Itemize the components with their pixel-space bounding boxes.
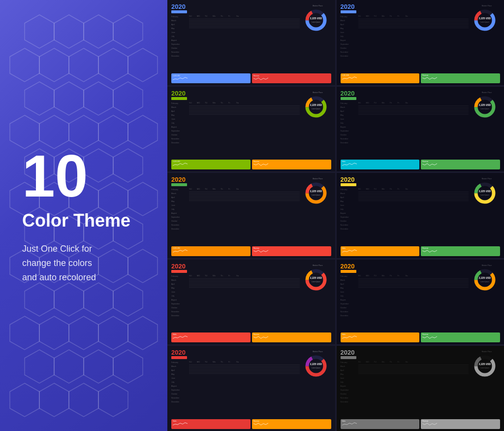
svg-marker-24 bbox=[69, 182, 98, 216]
theme-card-3[interactable]: 2020 SUMOTUWeThFrSa FebruaryMarchAprilMa… bbox=[167, 87, 335, 172]
svg-marker-36 bbox=[25, 283, 54, 316]
theme-card-5[interactable]: 2020 SUMOTUWeThFrSa FebruaryMarchAprilMa… bbox=[167, 173, 335, 258]
svg-text:Lorem Ipsum: Lorem Ipsum bbox=[312, 108, 320, 110]
svg-marker-21 bbox=[113, 149, 143, 182]
svg-text:Lorem Ipsum: Lorem Ipsum bbox=[480, 367, 489, 369]
svg-marker-6 bbox=[69, 48, 98, 82]
svg-text:Lorem Ipsum: Lorem Ipsum bbox=[480, 21, 489, 23]
svg-marker-7 bbox=[98, 48, 128, 82]
svg-marker-45 bbox=[25, 350, 54, 383]
theme-card-2[interactable]: 2020 SU MO TU We Th Fr Sa bbox=[337, 0, 504, 85]
theme-card-8[interactable]: 2020 SUMOTUWeThFrSa FebruaryMarchAprilMa… bbox=[337, 260, 504, 345]
svg-text:2,225 USD: 2,225 USD bbox=[310, 190, 322, 193]
svg-marker-19 bbox=[54, 149, 84, 182]
svg-text:2,225 USD: 2,225 USD bbox=[310, 17, 322, 20]
svg-marker-16 bbox=[98, 115, 128, 149]
svg-text:2,225 USD: 2,225 USD bbox=[479, 190, 491, 193]
svg-marker-5 bbox=[39, 48, 69, 82]
svg-marker-52 bbox=[98, 383, 128, 417]
hex-background-icon bbox=[0, 0, 167, 431]
theme-card-1[interactable]: 2020 SU MO TU We Th Fr Sa bbox=[167, 0, 335, 85]
svg-marker-49 bbox=[10, 383, 39, 417]
svg-text:2,225 USD: 2,225 USD bbox=[310, 363, 322, 365]
svg-marker-1 bbox=[54, 15, 84, 48]
svg-text:2,225 USD: 2,225 USD bbox=[310, 276, 322, 279]
svg-text:Lorem Ipsum: Lorem Ipsum bbox=[312, 21, 320, 23]
svg-text:Lorem Ipsum: Lorem Ipsum bbox=[312, 194, 320, 196]
svg-marker-33 bbox=[69, 249, 98, 283]
left-panel: 10 Color Theme Just One Click forchange … bbox=[0, 0, 167, 431]
svg-text:Lorem Ipsum: Lorem Ipsum bbox=[312, 281, 320, 283]
svg-marker-25 bbox=[98, 182, 128, 216]
svg-text:Lorem Ipsum: Lorem Ipsum bbox=[480, 281, 489, 283]
theme-card-4[interactable]: 2020 SUMOTUWeThFrSa FebruaryMarchAprilMa… bbox=[337, 87, 504, 172]
svg-marker-42 bbox=[69, 316, 98, 350]
svg-marker-43 bbox=[98, 316, 128, 350]
svg-text:2,225 USD: 2,225 USD bbox=[310, 103, 322, 106]
svg-marker-32 bbox=[39, 249, 69, 283]
svg-marker-46 bbox=[54, 350, 84, 383]
svg-marker-35 bbox=[128, 249, 158, 283]
svg-marker-0 bbox=[25, 15, 54, 48]
svg-marker-4 bbox=[10, 48, 39, 82]
svg-marker-47 bbox=[84, 350, 113, 383]
svg-marker-17 bbox=[128, 115, 158, 149]
svg-marker-29 bbox=[84, 216, 113, 249]
svg-marker-9 bbox=[25, 82, 54, 115]
svg-marker-37 bbox=[54, 283, 84, 316]
svg-marker-27 bbox=[25, 216, 54, 249]
svg-marker-10 bbox=[54, 82, 84, 115]
svg-marker-15 bbox=[69, 115, 98, 149]
svg-marker-3 bbox=[113, 15, 143, 48]
svg-text:Lorem Ipsum: Lorem Ipsum bbox=[480, 108, 489, 110]
theme-card-9[interactable]: 2020 SUMOTUWeThFrSa FebruaryMarchAprilMa… bbox=[167, 346, 335, 431]
svg-marker-8 bbox=[128, 48, 158, 82]
svg-text:Lorem Ipsum: Lorem Ipsum bbox=[312, 367, 320, 369]
svg-marker-39 bbox=[113, 283, 143, 316]
svg-text:2,225 USD: 2,225 USD bbox=[479, 103, 491, 106]
svg-text:2,225 USD: 2,225 USD bbox=[479, 17, 491, 20]
theme-card-6[interactable]: 2020 SUMOTUWeThFrSa FebruaryMarchAprilMa… bbox=[337, 173, 504, 258]
svg-marker-12 bbox=[113, 82, 143, 115]
svg-marker-14 bbox=[39, 115, 69, 149]
svg-marker-41 bbox=[39, 316, 69, 350]
themes-grid: 2020 SU MO TU We Th Fr Sa bbox=[167, 0, 504, 431]
svg-marker-48 bbox=[113, 350, 143, 383]
svg-marker-23 bbox=[39, 182, 69, 216]
svg-marker-18 bbox=[25, 149, 54, 182]
svg-marker-28 bbox=[54, 216, 84, 249]
svg-marker-40 bbox=[10, 316, 39, 350]
svg-marker-13 bbox=[10, 115, 39, 149]
svg-marker-34 bbox=[98, 249, 128, 283]
svg-marker-22 bbox=[10, 182, 39, 216]
svg-marker-31 bbox=[10, 249, 39, 283]
theme-card-7[interactable]: 2020 SUMOTUWeThFrSa FebruaryMarchAprilMa… bbox=[167, 260, 335, 345]
svg-marker-20 bbox=[84, 149, 113, 182]
svg-text:2,225 USD: 2,225 USD bbox=[479, 276, 491, 279]
svg-marker-11 bbox=[84, 82, 113, 115]
svg-marker-44 bbox=[128, 316, 158, 350]
svg-marker-51 bbox=[69, 383, 98, 417]
svg-marker-50 bbox=[39, 383, 69, 417]
svg-marker-38 bbox=[84, 283, 113, 316]
svg-marker-26 bbox=[128, 182, 158, 216]
svg-text:2,225 USD: 2,225 USD bbox=[479, 363, 491, 365]
theme-card-10[interactable]: 2020 SUMOTUWeThFrSa FebruaryMarchAprilMa… bbox=[337, 346, 504, 431]
svg-text:Lorem Ipsum: Lorem Ipsum bbox=[480, 194, 489, 196]
svg-marker-30 bbox=[113, 216, 143, 249]
svg-marker-2 bbox=[84, 15, 113, 48]
